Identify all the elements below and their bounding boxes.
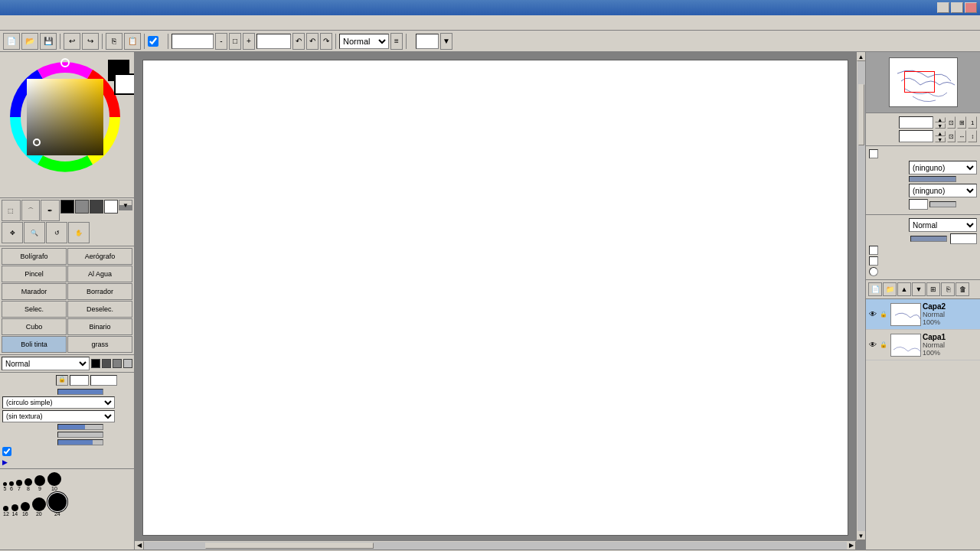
selection-source-radio[interactable]	[869, 267, 878, 276]
layer-merge-btn[interactable]: ⊞	[926, 282, 940, 296]
layer-item-capa2[interactable]: 👁 🔒 Capa2 Normal 100%	[866, 299, 980, 330]
layer-lock-capa1[interactable]: 🔒	[878, 340, 889, 350]
scale-slider[interactable]	[909, 176, 956, 182]
angle-btn1[interactable]: ↶	[292, 33, 305, 50]
color-sq1[interactable]	[91, 359, 100, 368]
brush-dot-7[interactable]	[16, 480, 22, 486]
brush-dot-10[interactable]	[47, 472, 61, 486]
stabilizer-input[interactable]	[416, 34, 439, 49]
menu-ventana[interactable]	[77, 21, 86, 24]
hand-tool[interactable]: ✋	[68, 222, 90, 243]
layer-lock-capa2[interactable]: 🔒	[878, 309, 889, 320]
new-folder-btn[interactable]: 📁	[883, 282, 897, 296]
selec-tool[interactable]: Selec.	[2, 301, 67, 318]
blend-bar[interactable]	[57, 424, 103, 430]
boli-tinta-tool[interactable]: Boli tinta	[2, 336, 67, 353]
borrador-tool[interactable]: Borrador	[67, 283, 132, 300]
al-agua-tool[interactable]: Al Agua	[67, 266, 132, 282]
paint-effects-toggle[interactable]	[869, 149, 878, 158]
width-slider[interactable]	[929, 201, 956, 207]
blend-extra-btn[interactable]: ≡	[390, 33, 403, 50]
angle-input[interactable]	[256, 34, 291, 49]
opacity-slider[interactable]	[910, 236, 947, 242]
toolbar-paste[interactable]: 📋	[124, 33, 141, 50]
angle-up-btn[interactable]: ▲	[935, 131, 946, 136]
keep-opacity-checkbox[interactable]	[2, 447, 11, 456]
stabilizer-extra-btn[interactable]: ▼	[440, 33, 452, 50]
angle-flip-v-btn[interactable]: ↕	[968, 130, 977, 142]
angle-value-input[interactable]	[899, 130, 933, 142]
mode-select[interactable]: Normal	[909, 218, 977, 232]
angle-down-btn[interactable]: ▼	[935, 137, 946, 142]
preview-thumb[interactable]	[889, 57, 958, 107]
boligrafo-tool[interactable]: Bolígrafo	[2, 248, 67, 265]
canvas-area[interactable]: ◀ ▶ ▲ ▼	[135, 52, 865, 549]
toolbar-save[interactable]: 💾	[40, 33, 57, 50]
brush-dot-8[interactable]	[24, 478, 32, 486]
color-expand-btn[interactable]: ▼	[119, 200, 132, 210]
layer-down-btn[interactable]: ▼	[912, 282, 926, 296]
zoom-value-input[interactable]	[899, 116, 933, 129]
eyedropper-tool[interactable]: ✒	[41, 200, 60, 221]
layer-visibility-capa2[interactable]: 👁	[867, 309, 878, 320]
layer-delete-btn[interactable]: 🗑	[956, 282, 969, 296]
menu-lienzo[interactable]	[23, 21, 32, 24]
binario-tool[interactable]: Binario	[67, 318, 132, 335]
width-input[interactable]	[909, 199, 928, 210]
menu-otros[interactable]	[87, 21, 96, 24]
close-button[interactable]	[965, 2, 977, 13]
brush-dot-9[interactable]	[34, 475, 45, 486]
angle-reset-btn[interactable]: ⊡	[947, 130, 956, 142]
layer-item-capa1[interactable]: 👁 🔒 Capa1 Normal 100%	[866, 330, 980, 360]
background-color[interactable]	[114, 73, 135, 95]
toolbar-open[interactable]: 📂	[21, 33, 38, 50]
scroll-up-btn[interactable]: ▲	[857, 52, 866, 61]
color-sq3[interactable]	[113, 359, 122, 368]
zoom-up-btn[interactable]: ▲	[935, 117, 946, 122]
angle-btn3[interactable]: ↷	[320, 33, 332, 50]
drawing-canvas[interactable]	[142, 60, 848, 536]
h-scrollbar[interactable]: ◀ ▶	[135, 540, 856, 549]
brush-dot-24[interactable]	[48, 493, 67, 511]
aerografo-tool[interactable]: Aerógrafo	[67, 248, 132, 265]
toolbar-redo[interactable]: ↪	[82, 33, 99, 50]
size-input2[interactable]	[90, 375, 117, 386]
menu-editar[interactable]	[12, 21, 21, 24]
color-wheel[interactable]	[6, 58, 125, 177]
swap-colors-icon[interactable]: ⇄	[118, 60, 129, 77]
effect-select[interactable]: (ninguno)	[909, 184, 977, 197]
brush-dot-20[interactable]	[32, 497, 46, 511]
zoom-reset-btn[interactable]: ⊡	[947, 116, 956, 129]
brush-dot-12[interactable]	[3, 506, 8, 511]
menu-seleccion[interactable]	[44, 21, 54, 24]
toolbar-undo[interactable]: ↩	[64, 33, 80, 50]
scroll-right-btn[interactable]: ▶	[847, 541, 856, 550]
select-lasso-tool[interactable]: ⌒	[21, 200, 41, 221]
zoom-input[interactable]	[172, 34, 214, 49]
scroll-thumb-v[interactable]	[858, 84, 864, 145]
maximize-button[interactable]	[951, 2, 963, 13]
menu-vista[interactable]	[66, 21, 75, 24]
dark-swatch[interactable]	[90, 200, 103, 214]
size-lock-icon[interactable]: 🔒	[56, 375, 68, 386]
color-sq4[interactable]	[123, 359, 132, 368]
persistence-bar[interactable]	[57, 439, 103, 445]
grass-tool[interactable]: grass	[67, 336, 132, 353]
size-input1[interactable]	[70, 375, 89, 386]
brush-type-select[interactable]: (circulo simple)	[2, 396, 115, 409]
mid-swatch[interactable]	[75, 200, 89, 214]
scroll-thumb-h[interactable]	[205, 543, 374, 549]
advanced-icon[interactable]: ▶	[2, 458, 8, 466]
angle-flip-h-btn[interactable]: ↔	[957, 130, 966, 142]
zoom-fit-btn-r[interactable]: ⊞	[957, 116, 966, 129]
brush-dot-16[interactable]	[21, 502, 30, 511]
deselec-tool[interactable]: Deselec.	[67, 301, 132, 318]
selection-checkbox[interactable]	[148, 36, 158, 47]
white-swatch[interactable]	[104, 200, 118, 214]
pincel-tool[interactable]: Pincel	[2, 266, 67, 282]
new-layer-btn[interactable]: 📄	[868, 282, 882, 296]
rotate-tool[interactable]: ↺	[46, 222, 67, 243]
density-bar[interactable]	[57, 389, 103, 395]
blend-mode-select[interactable]: Normal	[339, 34, 389, 49]
zoom-down-btn[interactable]: ▼	[935, 123, 946, 129]
